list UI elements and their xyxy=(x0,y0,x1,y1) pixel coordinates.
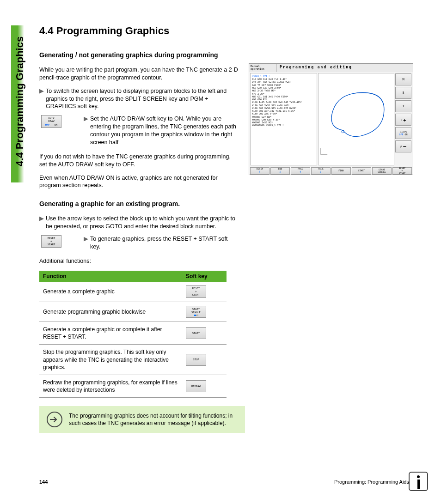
additional-label: Additional functions: xyxy=(39,257,238,265)
chapter-label: Programming: Programming Aids xyxy=(334,479,409,485)
func-key: STARTSINGLE xyxy=(186,306,223,318)
sb-softkey: END⇓ xyxy=(270,167,290,175)
side-btn: S100%OFF ON xyxy=(395,127,411,139)
page-heading: 4.4 Programming Graphics xyxy=(39,25,238,37)
bullet-3: ▶ Use the arrow keys to select the block… xyxy=(39,215,238,231)
auto-draw-softkey: AUTO DRAW OFF ON xyxy=(41,115,61,128)
softkey-icon: REDRAW xyxy=(186,380,206,392)
func-desc: Stop the programming graphics. This soft… xyxy=(43,348,186,371)
softkey-icon: START xyxy=(186,327,206,339)
sb-mode: Manual operation xyxy=(249,64,277,72)
softkey-icon: RESET+START xyxy=(186,285,206,298)
sb-softkey: RESET+START xyxy=(392,167,412,175)
table-row: Generate a complete graphic or complete … xyxy=(39,322,227,345)
side-btn: F− xyxy=(395,140,411,152)
reset-start-softkey: RESET + START xyxy=(41,235,61,248)
section1-p2: If you do not wish to have the TNC gener… xyxy=(39,153,238,169)
note-arrow-icon xyxy=(47,412,62,427)
side-btn: S xyxy=(395,87,411,99)
section1-title: Generating / not generating graphics dur… xyxy=(39,51,238,60)
sk-line: AUTO xyxy=(48,116,54,120)
sb-softkey: FIND xyxy=(331,167,351,175)
bullet-2: ▶ Set the AUTO DRAW soft key to ON. Whil… xyxy=(84,115,238,146)
table-row: Generate programming graphic blockwiseST… xyxy=(39,302,227,322)
section1-p1: While you are writing the part program, … xyxy=(39,66,238,82)
table-row: Stop the programming graphics. This soft… xyxy=(39,345,227,375)
side-btn: S+ xyxy=(395,114,411,126)
side-btn: M xyxy=(395,73,411,85)
func-key: STOP xyxy=(186,354,223,366)
info-icon xyxy=(409,472,428,491)
bullet4-text: To generate graphics, press the RESET + … xyxy=(90,235,238,251)
softkey-row-1: AUTO DRAW OFF ON ▶ Set the AUTO DRAW sof… xyxy=(41,115,238,146)
bullet-1: ▶ To switch the screen layout to display… xyxy=(39,87,238,111)
table-header: Function Soft key xyxy=(39,271,227,282)
col-function: Function xyxy=(43,273,186,279)
section1-p3: Even when AUTO DRAW ON is active, graphi… xyxy=(39,174,238,190)
sk-line: RESET xyxy=(48,237,55,240)
sb-body: %3803_1 G71 *N10 G30 G17 X+0 Y+0 Z-40*N2… xyxy=(249,72,413,166)
side-label: 4.4 Programming Graphics xyxy=(14,36,26,166)
sk-line: OFF ON xyxy=(45,123,58,127)
softkey-icon: STARTSINGLE xyxy=(186,306,206,318)
note-box: The programming graphics does not accoun… xyxy=(39,406,245,433)
table-row: Generate a complete graphicRESET+START xyxy=(39,282,227,302)
func-key: RESET+START xyxy=(186,285,223,298)
sb-softkey: START xyxy=(352,167,371,175)
func-desc: Generate programming graphic blockwise xyxy=(43,308,186,316)
func-key: REDRAW xyxy=(186,380,223,392)
func-desc: Redraw the programming graphics, for exa… xyxy=(43,379,186,394)
bullet3-text: Use the arrow keys to select the block u… xyxy=(46,215,238,231)
bullet2-text: Set the AUTO DRAW soft key to ON. While … xyxy=(90,115,238,146)
sb-side-buttons: MSTS+S100%OFF ONF− xyxy=(395,72,413,166)
arrow-icon: ▶ xyxy=(84,235,88,251)
sk-line: + xyxy=(50,240,52,243)
main-content: 4.4 Programming Graphics Generating / no… xyxy=(39,25,238,433)
section2-title: Generating a graphic for an existing pro… xyxy=(39,200,238,208)
note-text: The programming graphics does not accoun… xyxy=(69,412,238,427)
sb-softkey-bar: BEGIN⇑END⇓PAGE⇑PAGE⇓FINDSTARTSTARTSINGLE… xyxy=(249,166,413,176)
sk-line: START xyxy=(48,243,55,246)
sk-on: ON xyxy=(55,123,58,126)
sb-softkey: BEGIN⇑ xyxy=(250,167,270,175)
func-desc: Generate a complete graphic or complete … xyxy=(43,326,186,340)
sb-softkey: STARTSINGLE xyxy=(372,167,392,175)
softkey-icon: STOP xyxy=(186,354,206,366)
tnc-screenshot: Manual operation Programming and editing… xyxy=(249,63,413,175)
arrow-icon: ▶ xyxy=(39,87,44,111)
sb-graph-panel xyxy=(318,73,394,165)
page-number: 144 xyxy=(39,479,48,485)
side-btn: T xyxy=(395,100,411,112)
page-footer: 144 Programming: Programming Aids xyxy=(39,479,409,485)
softkey-row-2: RESET + START ▶ To generate graphics, pr… xyxy=(41,235,238,251)
arrow-icon: ▶ xyxy=(84,115,88,146)
sk-off: OFF xyxy=(45,123,50,126)
sb-softkey: PAGE⇑ xyxy=(291,167,310,175)
table-row: Redraw the programming graphics, for exa… xyxy=(39,375,227,398)
sb-softkey: PAGE⇓ xyxy=(311,167,331,175)
arrow-icon: ▶ xyxy=(39,215,44,231)
sb-title: Programming and editing xyxy=(277,64,413,72)
bullet-4: ▶ To generate graphics, press the RESET … xyxy=(84,235,238,251)
func-key: START xyxy=(186,327,223,339)
bullet1-text: To switch the screen layout to displayin… xyxy=(46,87,238,111)
col-softkey: Soft key xyxy=(186,273,223,279)
sb-titlebar: Manual operation Programming and editing xyxy=(249,64,413,72)
function-table: Function Soft key Generate a complete gr… xyxy=(39,271,227,398)
sk-line: DRAW xyxy=(48,120,54,123)
sb-code-panel: %3803_1 G71 *N10 G30 G17 X+0 Y+0 Z-40*N2… xyxy=(250,73,317,165)
func-desc: Generate a complete graphic xyxy=(43,288,186,295)
